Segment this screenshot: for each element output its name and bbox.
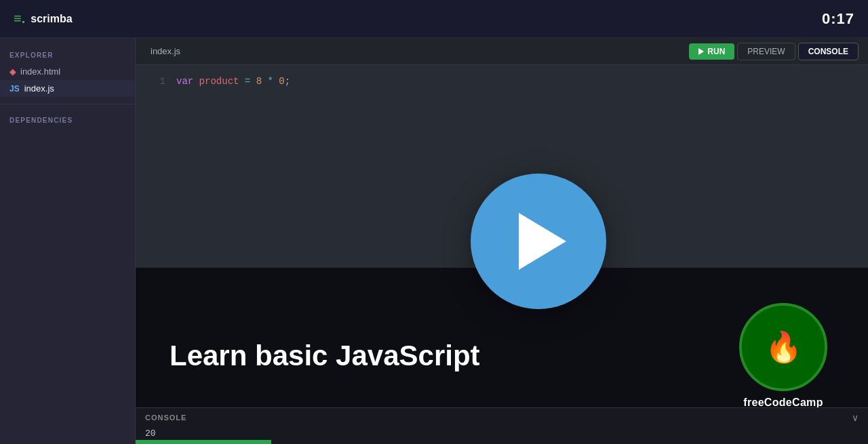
sidebar-item-indexhtml[interactable]: ◈ index.html bbox=[0, 63, 135, 80]
code-content-1: var product = 8 * 0; bbox=[176, 76, 290, 87]
run-label: RUN bbox=[707, 47, 725, 56]
sidebar-filename-js: index.js bbox=[24, 83, 54, 94]
code-token-mul: * bbox=[262, 76, 273, 87]
code-token-8: 8 bbox=[250, 76, 262, 87]
code-token-0: 0 bbox=[273, 76, 285, 87]
run-button[interactable]: RUN bbox=[689, 43, 734, 60]
play-button[interactable] bbox=[471, 174, 606, 309]
logo-text: scrimba bbox=[31, 13, 72, 25]
logo-icon: ≡. bbox=[14, 11, 25, 26]
sidebar-filename-html: index.html bbox=[20, 66, 60, 77]
editor-area: index.js RUN PREVIEW CONSOLE 1 var produ… bbox=[136, 38, 868, 444]
sidebar: EXPLORER ◈ index.html JS index.js DEPEND… bbox=[0, 38, 136, 444]
sidebar-item-indexjs[interactable]: JS index.js bbox=[0, 80, 135, 97]
code-token-name: product bbox=[193, 76, 239, 87]
run-play-icon bbox=[698, 48, 704, 55]
fcc-flame-icon: 🔥 bbox=[765, 329, 802, 365]
toolbar-buttons: RUN PREVIEW CONSOLE bbox=[689, 43, 859, 60]
code-token-var: var bbox=[176, 76, 193, 87]
html-file-icon: ◈ bbox=[9, 67, 16, 77]
timer: 0:17 bbox=[822, 10, 854, 28]
code-token-semi: ; bbox=[285, 76, 290, 87]
dependencies-label: DEPENDENCIES bbox=[0, 111, 135, 128]
fcc-logo-wrapper: 🔥 freeCodeCamp bbox=[739, 303, 868, 409]
console-chevron-icon[interactable]: ∨ bbox=[852, 412, 859, 423]
editor-toolbar: index.js RUN PREVIEW CONSOLE bbox=[136, 38, 868, 65]
progress-bar bbox=[136, 440, 271, 444]
main-layout: EXPLORER ◈ index.html JS index.js DEPEND… bbox=[0, 38, 868, 444]
code-line-1: 1 var product = 8 * 0; bbox=[136, 76, 868, 87]
logo: ≡. scrimba bbox=[14, 11, 73, 26]
console-header: CONSOLE ∨ bbox=[136, 407, 868, 427]
learn-title: Learn basic JavaScript bbox=[136, 340, 739, 372]
play-triangle-icon bbox=[519, 213, 566, 270]
line-number-1: 1 bbox=[146, 76, 165, 87]
top-bar: ≡. scrimba 0:17 bbox=[0, 0, 868, 38]
console-label: CONSOLE bbox=[145, 413, 186, 422]
console-strip: CONSOLE ∨ 20 bbox=[136, 407, 868, 444]
js-file-icon: JS bbox=[9, 84, 20, 94]
preview-button[interactable]: PREVIEW bbox=[737, 43, 795, 60]
active-file-tab[interactable]: index.js bbox=[145, 46, 186, 56]
fcc-circle: 🔥 bbox=[739, 303, 827, 391]
console-button[interactable]: CONSOLE bbox=[798, 43, 859, 60]
explorer-label: EXPLORER bbox=[0, 46, 135, 63]
sidebar-divider bbox=[0, 104, 135, 104]
code-token-eq: = bbox=[239, 76, 250, 87]
